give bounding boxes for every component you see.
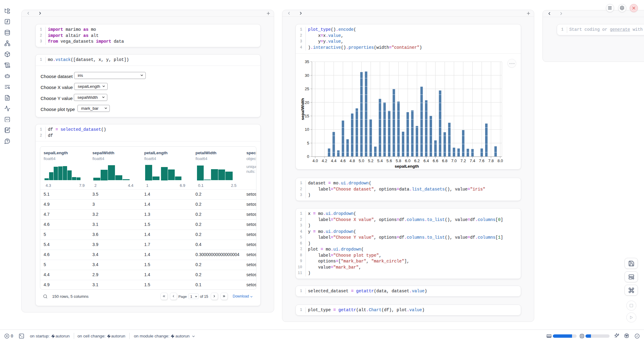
svg-text:4.6: 4.6 <box>340 159 346 163</box>
svg-text:4.0: 4.0 <box>313 159 318 163</box>
svg-text:5: 5 <box>307 141 309 145</box>
svg-text:25: 25 <box>305 87 309 91</box>
svg-text:7.8: 7.8 <box>488 159 494 163</box>
svg-text:5.6: 5.6 <box>386 159 392 163</box>
svg-text:35: 35 <box>305 59 309 64</box>
svg-text:5.2: 5.2 <box>368 159 374 163</box>
svg-text:15: 15 <box>305 114 309 118</box>
svg-text:5.8: 5.8 <box>396 159 401 163</box>
svg-text:7.4: 7.4 <box>470 159 475 163</box>
svg-text:4.8: 4.8 <box>349 159 355 163</box>
svg-text:7.6: 7.6 <box>479 159 485 163</box>
svg-text:sepalLength: sepalLength <box>395 164 419 169</box>
svg-text:6.4: 6.4 <box>424 159 429 163</box>
svg-text:6.6: 6.6 <box>433 159 438 163</box>
svg-text:6.0: 6.0 <box>405 159 410 163</box>
svg-text:sepalWidth: sepalWidth <box>300 98 305 120</box>
svg-text:10: 10 <box>305 127 309 132</box>
svg-text:30: 30 <box>305 73 309 78</box>
svg-text:20: 20 <box>305 100 309 105</box>
svg-text:7.0: 7.0 <box>451 159 457 163</box>
svg-text:5.4: 5.4 <box>377 159 383 163</box>
svg-text:4.2: 4.2 <box>322 159 327 163</box>
svg-text:5.0: 5.0 <box>359 159 364 163</box>
svg-text:6.2: 6.2 <box>414 159 420 163</box>
svg-text:4.4: 4.4 <box>331 159 336 163</box>
svg-text:7.2: 7.2 <box>460 159 466 163</box>
svg-text:0: 0 <box>307 154 309 159</box>
svg-text:8.0: 8.0 <box>497 159 503 163</box>
svg-text:6.8: 6.8 <box>442 159 447 163</box>
